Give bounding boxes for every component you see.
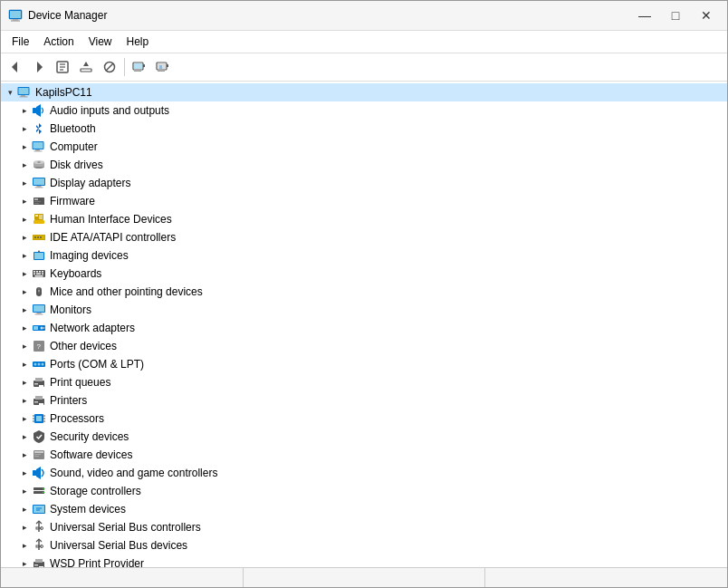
menu-view[interactable]: View (81, 33, 120, 51)
expand-icon-sound[interactable]: ▸ (19, 468, 30, 478)
svg-rect-23 (158, 71, 165, 72)
svg-rect-62 (42, 271, 43, 273)
tree-item-system[interactable]: ▸ System devices (1, 500, 727, 518)
tree-item-imaging[interactable]: ▸ Imaging devices (1, 246, 727, 265)
menu-file[interactable]: File (5, 33, 36, 51)
svg-rect-26 (19, 88, 29, 94)
expand-icon-mice[interactable]: ▸ (19, 286, 30, 297)
expand-icon-security[interactable]: ▸ (19, 431, 30, 442)
expand-icon-ports[interactable]: ▸ (19, 359, 30, 370)
expand-icon-firmware[interactable]: ▸ (19, 196, 30, 207)
tree-item-disk[interactable]: ▸ Disk drives (1, 156, 727, 174)
expand-icon-usb-controllers[interactable]: ▸ (19, 522, 30, 533)
svg-rect-15 (134, 63, 142, 69)
expand-icon-disk[interactable]: ▸ (19, 159, 30, 170)
tree-item-hid[interactable]: ▸ Human Interface Devices (1, 210, 727, 228)
label-imaging: Imaging devices (50, 249, 129, 262)
tree-item-audio[interactable]: ▸ Audio inputs and outputs (1, 101, 727, 120)
tree-item-security[interactable]: ▸ Security devices (1, 428, 727, 446)
expand-icon-monitors[interactable]: ▸ (19, 304, 30, 315)
svg-rect-2 (13, 19, 18, 21)
tree-item-processors[interactable]: ▸ Processors (1, 410, 727, 428)
expand-icon-usb-devices[interactable]: ▸ (19, 540, 30, 551)
close-button[interactable]: ✕ (693, 6, 720, 24)
tree-item-firmware[interactable]: ▸ Firmware (1, 192, 727, 210)
tree-item-computer[interactable]: ▸ Computer (1, 138, 727, 156)
tree-item-bluetooth[interactable]: ▸ Bluetooth (1, 120, 727, 138)
menu-action[interactable]: Action (36, 33, 81, 51)
expand-icon-computer[interactable]: ▸ (19, 141, 30, 152)
tree-item-sound[interactable]: ▸ Sound, video and game controllers (1, 464, 727, 482)
svg-rect-41 (35, 188, 43, 188)
icon-ide (32, 230, 46, 245)
expand-icon-hid[interactable]: ▸ (19, 214, 30, 225)
expand-icon-processors[interactable]: ▸ (19, 413, 30, 424)
properties-button[interactable] (52, 56, 73, 78)
expand-icon-wsd[interactable]: ▸ (19, 558, 30, 567)
disable-button[interactable] (99, 56, 120, 78)
minimize-button[interactable]: — (631, 6, 658, 24)
tree-item-monitors[interactable]: ▸ Monitors (1, 301, 727, 319)
svg-rect-22 (158, 70, 163, 71)
expand-icon-audio[interactable]: ▸ (19, 105, 30, 116)
svg-marker-4 (12, 62, 17, 72)
expand-icon-system[interactable]: ▸ (19, 504, 30, 515)
tree-item-mice[interactable]: ▸ Mice and other pointing devices (1, 283, 727, 301)
tree-item-usb-controllers[interactable]: ▸ Universal Serial Bus controllers (1, 518, 727, 536)
tree-item-storage[interactable]: ▸ Storage controllers (1, 482, 727, 500)
svg-point-69 (38, 290, 40, 292)
expand-icon-printers[interactable]: ▸ (19, 395, 30, 406)
root-expand-icon[interactable]: ▾ (5, 87, 15, 98)
expand-icon-display[interactable]: ▸ (19, 178, 30, 188)
menu-help[interactable]: Help (120, 33, 157, 51)
tree-item-network[interactable]: ▸ Network adapters (1, 319, 727, 337)
expand-icon-network[interactable]: ▸ (19, 323, 30, 333)
icon-usb-controllers (32, 520, 46, 535)
expand-icon-other[interactable]: ▸ (19, 341, 30, 352)
svg-rect-16 (143, 64, 145, 67)
svg-rect-71 (34, 305, 44, 312)
label-network: Network adapters (50, 322, 135, 334)
expand-icon-storage[interactable]: ▸ (19, 486, 30, 496)
svg-line-13 (106, 63, 113, 71)
scan-hardware-button[interactable] (129, 56, 150, 78)
tree-item-printers[interactable]: ▸ Printers (1, 391, 727, 410)
tree-item-other[interactable]: ▸ ? Other devices (1, 337, 727, 355)
expand-icon-imaging[interactable]: ▸ (19, 250, 30, 261)
svg-rect-17 (135, 70, 139, 71)
tree-item-printqueue[interactable]: ▸ Print queues (1, 373, 727, 391)
label-bluetooth: Bluetooth (50, 122, 96, 135)
status-segment-1 (1, 568, 244, 587)
device-tree[interactable]: ▾ KapilsPC11 ▸ Audio inputs and outputs … (1, 82, 727, 567)
back-button[interactable] (5, 56, 26, 78)
tree-item-wsd[interactable]: ▸ WSD Print Provider (1, 554, 727, 567)
tree-container: ▾ KapilsPC11 ▸ Audio inputs and outputs … (1, 82, 727, 567)
tree-item-usb-devices[interactable]: ▸ Universal Serial Bus devices (1, 536, 727, 554)
window-title: Device Manager (28, 9, 107, 22)
expand-icon-software[interactable]: ▸ (19, 449, 30, 460)
tree-item-ports[interactable]: ▸ Ports (COM & LPT) (1, 355, 727, 373)
maximize-button[interactable]: □ (662, 6, 689, 24)
expand-icon-bluetooth[interactable]: ▸ (19, 123, 30, 134)
tree-item-ide[interactable]: ▸ IDE ATA/ATAPI controllers (1, 228, 727, 246)
icon-display (32, 176, 46, 190)
tree-item-software[interactable]: ▸ Software devices (1, 446, 727, 464)
label-ports: Ports (COM & LPT) (50, 358, 144, 371)
forward-button[interactable] (28, 56, 50, 78)
expand-icon-keyboard[interactable]: ▸ (19, 268, 30, 279)
toolbar-separator (124, 58, 125, 76)
svg-rect-120 (35, 559, 43, 563)
label-keyboard: Keyboards (50, 267, 101, 280)
expand-icon-ide[interactable]: ▸ (19, 232, 30, 243)
svg-point-76 (41, 327, 43, 330)
svg-rect-31 (34, 142, 43, 149)
expand-icon-printqueue[interactable]: ▸ (19, 377, 30, 388)
label-audio: Audio inputs and outputs (50, 104, 169, 117)
icon-imaging (32, 248, 46, 263)
tree-root-node[interactable]: ▾ KapilsPC11 (1, 83, 727, 101)
tree-item-keyboard[interactable]: ▸ Keyboards (1, 265, 727, 283)
view-resources-button[interactable]: ||| (152, 56, 174, 78)
tree-item-display[interactable]: ▸ Display adapters (1, 174, 727, 192)
update-driver-button[interactable] (75, 56, 97, 78)
label-wsd: WSD Print Provider (50, 557, 144, 567)
